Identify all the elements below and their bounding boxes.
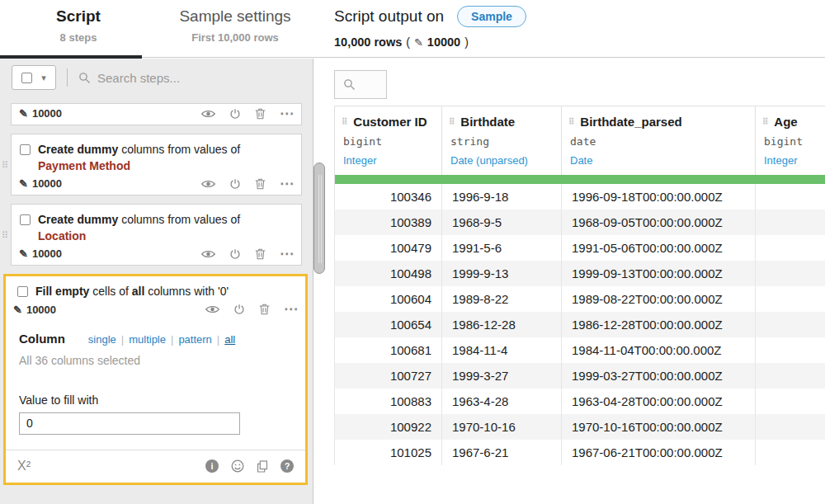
cell[interactable]: 1970-10-16T00:00:00.000Z <box>562 414 756 440</box>
drag-grip-icon[interactable]: ⠿ <box>2 159 8 170</box>
disable-step-power-icon[interactable] <box>229 178 241 190</box>
cell[interactable] <box>756 389 825 414</box>
mode-single[interactable]: single <box>88 333 116 346</box>
cell[interactable]: 1996-9-18 <box>442 184 562 210</box>
delete-step-trash-icon[interactable] <box>259 304 270 315</box>
step-card-partial[interactable]: ✎ 10000 ⋯ <box>11 103 302 125</box>
column-header-birthdate[interactable]: ⠿Birthdate string Date (unparsed) <box>442 106 562 176</box>
cell[interactable]: 100922 <box>335 414 442 440</box>
cell[interactable]: 1991-05-06T00:00:00.000Z <box>562 235 756 261</box>
chevron-down-icon[interactable]: ▾ <box>41 73 46 83</box>
cell[interactable]: 1999-3-27 <box>442 363 562 389</box>
drag-grip-icon[interactable]: ⠿ <box>568 117 574 126</box>
tab-script[interactable]: Script 8 steps <box>0 0 157 58</box>
mode-multiple[interactable]: multiple <box>129 333 166 346</box>
info-icon[interactable]: i <box>205 459 219 473</box>
drag-grip-icon[interactable]: ⠿ <box>449 117 455 126</box>
smiley-feedback-icon[interactable] <box>231 459 244 473</box>
delete-step-trash-icon[interactable] <box>255 248 266 260</box>
select-all-dropdown[interactable]: ▾ <box>12 65 56 90</box>
cell[interactable] <box>756 235 825 261</box>
column-meaning-link[interactable]: Integer <box>335 148 441 175</box>
cell[interactable]: 1989-8-22 <box>442 286 562 312</box>
step-checkbox[interactable] <box>17 286 28 297</box>
disable-step-power-icon[interactable] <box>229 108 241 120</box>
help-icon[interactable]: ? <box>280 459 294 473</box>
delete-step-trash-icon[interactable] <box>255 178 266 190</box>
cell[interactable] <box>756 184 825 210</box>
cell[interactable]: 100346 <box>335 184 442 210</box>
cell[interactable]: 100479 <box>335 235 442 261</box>
column-meaning-link[interactable]: Date (unparsed) <box>442 148 561 175</box>
cell[interactable]: 100654 <box>335 312 442 337</box>
cell[interactable] <box>756 286 825 312</box>
cell[interactable] <box>756 210 825 235</box>
cell[interactable] <box>756 337 825 363</box>
cell[interactable] <box>756 440 825 465</box>
drag-grip-icon[interactable]: ⠿ <box>2 229 8 240</box>
table-search-box[interactable] <box>334 70 387 99</box>
step-card[interactable]: ⠿ Create dummy columns from values of Lo… <box>11 204 302 266</box>
disable-step-power-icon[interactable] <box>229 248 241 260</box>
cell[interactable]: 1991-5-6 <box>442 235 562 261</box>
select-all-checkbox[interactable] <box>21 73 32 83</box>
column-meaning-link[interactable]: Date <box>562 148 755 175</box>
cell[interactable]: 100727 <box>335 363 442 389</box>
cell[interactable] <box>756 414 825 440</box>
preview-eye-icon[interactable] <box>201 179 215 189</box>
cell[interactable]: 1996-09-18T00:00:00.000Z <box>562 184 756 210</box>
cell[interactable]: 100681 <box>335 337 442 363</box>
table-search-input[interactable] <box>356 78 380 91</box>
column-header-age[interactable]: ⠿Age bigint Integer <box>756 106 825 176</box>
search-steps-input[interactable] <box>97 71 262 85</box>
drag-grip-icon[interactable]: ⠿ <box>762 117 768 126</box>
more-options-ellipsis-icon[interactable]: ⋯ <box>284 305 298 313</box>
column-header-birthdate-parsed[interactable]: ⠿Birthdate_parsed date Date <box>562 106 756 176</box>
formula-icon[interactable]: X² <box>17 459 31 473</box>
column-header-customer-id[interactable]: ⠿Customer ID bigint Integer <box>335 106 442 176</box>
preview-eye-icon[interactable] <box>201 249 215 259</box>
cell[interactable]: 1989-08-22T00:00:00.000Z <box>562 286 756 312</box>
cell[interactable]: 1986-12-28T00:00:00.000Z <box>562 312 756 337</box>
drag-grip-icon[interactable]: ⠿ <box>342 117 347 126</box>
cell[interactable]: 100883 <box>335 389 442 414</box>
cell[interactable]: 100498 <box>335 261 442 286</box>
mode-all[interactable]: all <box>224 333 235 346</box>
cell[interactable]: 1968-09-05T00:00:00.000Z <box>562 210 756 235</box>
more-options-ellipsis-icon[interactable]: ⋯ <box>280 110 294 118</box>
sample-button[interactable]: Sample <box>457 6 526 27</box>
delete-step-trash-icon[interactable] <box>255 108 266 120</box>
more-options-ellipsis-icon[interactable]: ⋯ <box>280 180 294 188</box>
cell[interactable]: 1967-06-21T00:00:00.000Z <box>562 440 756 465</box>
cell[interactable]: 1963-4-28 <box>442 389 562 414</box>
step-checkbox[interactable] <box>20 144 31 155</box>
cell[interactable]: 1986-12-28 <box>442 312 562 337</box>
step-card[interactable]: ⠿ Create dummy columns from values of Pa… <box>11 134 302 195</box>
preview-eye-icon[interactable] <box>201 109 215 119</box>
copy-step-icon[interactable] <box>257 460 268 473</box>
cell[interactable]: 101025 <box>335 440 442 465</box>
preview-eye-icon[interactable] <box>205 304 219 314</box>
column-meaning-link[interactable]: Integer <box>756 148 825 175</box>
cell[interactable]: 1967-6-21 <box>442 440 562 465</box>
cell[interactable]: 1968-9-5 <box>442 210 562 235</box>
cell[interactable]: 1984-11-4 <box>442 337 562 363</box>
fill-value-input[interactable] <box>19 412 240 435</box>
cell[interactable]: 100389 <box>335 210 442 235</box>
panel-resize-handle[interactable] <box>314 163 325 274</box>
cell[interactable] <box>756 312 825 337</box>
tab-sample-settings[interactable]: Sample settings First 10,000 rows <box>157 0 314 58</box>
step-checkbox[interactable] <box>20 214 31 225</box>
step-card-active[interactable]: Fill empty cells of all columns with '0'… <box>3 274 308 485</box>
more-options-ellipsis-icon[interactable]: ⋯ <box>280 250 294 258</box>
cell[interactable]: 1999-09-13T00:00:00.000Z <box>562 261 756 286</box>
cell[interactable]: 1999-03-27T00:00:00.000Z <box>562 363 756 389</box>
cell[interactable]: 1999-9-13 <box>442 261 562 286</box>
mode-pattern[interactable]: pattern <box>178 333 211 346</box>
cell[interactable] <box>756 261 825 286</box>
cell[interactable]: 1963-04-28T00:00:00.000Z <box>562 389 756 414</box>
cell[interactable]: 1970-10-16 <box>442 414 562 440</box>
disable-step-power-icon[interactable] <box>233 304 245 315</box>
cell[interactable]: 1984-11-04T00:00:00.000Z <box>562 337 756 363</box>
cell[interactable] <box>756 363 825 389</box>
